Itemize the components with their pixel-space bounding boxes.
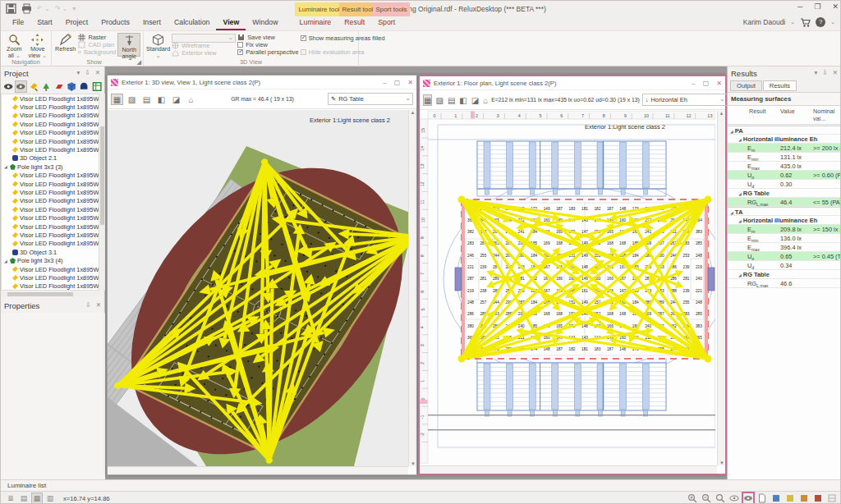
zoom-out-icon[interactable]: [701, 493, 711, 503]
display-isolines-icon[interactable]: ◪: [170, 94, 182, 105]
menu-tab-start[interactable]: Start: [30, 16, 59, 30]
tree-item[interactable]: Visor LED Floodlight 1x895W (8): [2, 137, 99, 145]
results-menu-icon[interactable]: ▾: [814, 69, 819, 76]
tree-item[interactable]: Visor LED Floodlight 1x895W (4): [2, 103, 99, 111]
measuring-surfaces-tab[interactable]: Measuring surfaces: [728, 92, 841, 106]
results-tab-results[interactable]: Results: [763, 80, 797, 91]
object-filter-icon[interactable]: [79, 81, 89, 92]
properties-pin-icon[interactable]: ⇩: [85, 301, 92, 309]
contextual-group-sport-tools[interactable]: Sport tools: [373, 2, 410, 16]
3d-close-icon[interactable]: ✕: [407, 79, 413, 86]
plan-maximize-icon[interactable]: ▢: [703, 80, 710, 87]
tree-item[interactable]: Visor LED Floodlight 1x895W (5): [2, 205, 99, 213]
tree-item[interactable]: 3D Object 2.1: [2, 154, 99, 163]
menu-tab-luminaire[interactable]: Luminaire: [293, 16, 338, 30]
results-pin-icon[interactable]: ⇩: [822, 69, 829, 76]
results-tab-output[interactable]: Output: [730, 80, 762, 91]
tree-item[interactable]: Visor LED Floodlight 1x895W (8): [2, 231, 99, 239]
tree-item[interactable]: Visor LED Floodlight 1x895W (3): [2, 282, 99, 291]
properties-close-icon[interactable]: ✕: [96, 301, 103, 309]
3d-vscrollbar[interactable]: ▲▼: [408, 110, 416, 466]
save-view-button[interactable]: Save view: [237, 34, 299, 41]
3d-minimize-icon[interactable]: –: [383, 79, 386, 86]
status-grid-icon[interactable]: ▦: [32, 493, 42, 503]
results-close-icon[interactable]: ✕: [833, 69, 839, 76]
project-menu-icon[interactable]: ▾: [76, 69, 81, 76]
3d-window-titlebar[interactable]: Exterior 1: 3D view, View 1, Light scene…: [108, 76, 416, 89]
display-3d-icon[interactable]: ⌂: [185, 94, 197, 105]
menu-tab-sport[interactable]: Sport: [371, 16, 402, 30]
luminaire-list-bar[interactable]: Luminaire list: [1, 479, 841, 491]
background-button[interactable]: Background: [78, 48, 116, 56]
user-chevron-icon[interactable]: ⌄: [790, 19, 795, 25]
plan-hscrollbar[interactable]: [420, 465, 717, 474]
visibility-icon[interactable]: [3, 81, 13, 92]
plan-close-icon[interactable]: ✕: [716, 80, 722, 87]
project-close-icon[interactable]: ✕: [95, 69, 102, 76]
menu-tab-view[interactable]: View: [216, 16, 246, 30]
project-tree-hscrollbar[interactable]: [1, 291, 99, 297]
3d-hscrollbar[interactable]: [108, 466, 408, 474]
menu-tab-file[interactable]: File: [6, 16, 30, 30]
cube-red-icon[interactable]: [813, 493, 823, 503]
results-section[interactable]: ◢Horizontal illuminance Eh: [728, 135, 841, 144]
plan-result-select[interactable]: ↓Horizontal Eh: [642, 94, 728, 106]
move-view-button[interactable]: Move view ⌄: [27, 33, 49, 57]
table-filter-icon[interactable]: [92, 81, 102, 92]
tree-item[interactable]: Visor LED Floodlight 1x895W (1): [2, 265, 99, 273]
north-angle-button[interactable]: North angle: [117, 33, 140, 57]
display-grid-icon[interactable]: ▦: [111, 94, 123, 105]
tree-item[interactable]: Visor LED Floodlight 1x895W (6): [2, 120, 99, 128]
zoom-all-button[interactable]: Zoom all ⌄: [3, 33, 25, 57]
results-section[interactable]: ◢Horizontal illuminance Eh: [728, 216, 841, 225]
tree-expander-icon[interactable]: ◢: [4, 259, 8, 263]
tree-item[interactable]: Visor LED Floodlight 1x895W (5): [2, 112, 99, 120]
cad-plan-button[interactable]: CAD plan: [78, 41, 116, 48]
fix-view-checkbox[interactable]: Fix view: [237, 41, 299, 48]
tree-item[interactable]: Visor LED Floodlight 1x895W (7): [2, 129, 99, 137]
plan-canvas[interactable]: 0123456789101112131514131211109876543210…: [420, 111, 717, 465]
display-isolines-icon[interactable]: ◪: [471, 94, 480, 106]
tree-expander-icon[interactable]: ◢: [4, 164, 8, 169]
measuring-surface-icon[interactable]: [54, 81, 64, 92]
show-group-launcher-icon[interactable]: ◢: [136, 58, 141, 66]
show-measuring-areas-checkbox[interactable]: Show measuring areas filled: [301, 34, 385, 42]
display-falsecolor-icon[interactable]: ▨: [434, 94, 443, 106]
zoom-all-icon[interactable]: [715, 493, 725, 503]
zoom-in-icon[interactable]: [687, 493, 697, 503]
tree-item[interactable]: 3D Object 3.1: [2, 248, 99, 256]
exterior-view-button[interactable]: Exterior view: [172, 49, 236, 57]
refresh-button[interactable]: Refresh: [54, 33, 76, 57]
display-gradient-icon[interactable]: ◧: [458, 94, 467, 106]
project-pin-icon[interactable]: ⇩: [85, 69, 91, 76]
tree-item[interactable]: Visor LED Floodlight 1x895W (3): [2, 188, 99, 196]
standard-view-button[interactable]: Standard ⌄: [146, 33, 170, 57]
tree-item[interactable]: Visor LED Floodlight 1x895W (2): [2, 180, 99, 188]
status-sort-icon[interactable]: ≣: [6, 493, 16, 503]
3d-maximize-icon[interactable]: ▢: [394, 79, 401, 86]
display-export-icon[interactable]: ▤: [140, 94, 153, 105]
hide-evaluation-area-checkbox[interactable]: Hide evaluation area: [301, 48, 385, 56]
help-chevron-icon[interactable]: ⌄: [830, 19, 835, 25]
view-preset-select[interactable]: [172, 34, 236, 43]
tree-item[interactable]: Visor LED Floodlight 1x895W (1): [2, 172, 99, 180]
display-gradient-icon[interactable]: ◧: [155, 94, 168, 105]
layers-icon[interactable]: [827, 493, 837, 503]
tree-item[interactable]: Visor LED Floodlight 1x895W (2): [2, 273, 99, 282]
display-grid-icon[interactable]: ▦: [423, 94, 432, 106]
plan-window-titlebar[interactable]: Exterior 1: Floor plan, Light scene clas…: [420, 76, 725, 90]
tree-item[interactable]: Visor LED Floodlight 1x895W (3): [2, 94, 99, 103]
menu-tab-insert[interactable]: Insert: [136, 16, 168, 30]
plan-minimize-icon[interactable]: –: [692, 80, 695, 87]
room-filter-icon[interactable]: [67, 81, 76, 92]
parallel-perspective-checkbox[interactable]: Parallel perspective: [237, 48, 299, 56]
menu-tab-project[interactable]: Project: [59, 16, 94, 30]
tree-item[interactable]: Visor LED Floodlight 1x895W (9): [2, 145, 99, 153]
status-table-icon[interactable]: ▤: [19, 493, 29, 503]
display-falsecolor-icon[interactable]: ▨: [126, 94, 138, 105]
project-tree-vscrollbar[interactable]: [99, 94, 105, 291]
tree-item[interactable]: ◢Pole light 3x3 (4): [2, 256, 99, 264]
wireframe-button[interactable]: Wireframe: [172, 42, 236, 49]
cart-icon[interactable]: [800, 18, 811, 27]
display-3d-icon[interactable]: ⌂: [482, 94, 489, 106]
